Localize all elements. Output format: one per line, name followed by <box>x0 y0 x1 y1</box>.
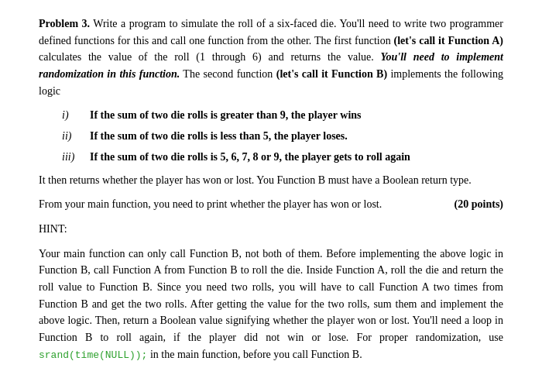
problem-intro-paragraph: Problem 3. Write a program to simulate t… <box>39 15 503 99</box>
function-b-label: (let's call it Function B) <box>276 68 387 80</box>
hint-end-text: in the main function, before you call Fu… <box>147 349 362 360</box>
list-label-iii: iii) <box>62 149 90 166</box>
list-label-ii: ii) <box>62 128 90 145</box>
list-content-i: If the sum of two die rolls is greater t… <box>90 107 362 124</box>
print-instruction: From your main function, you need to pri… <box>39 196 382 213</box>
list-item: ii) If the sum of two die rolls is less … <box>62 128 503 145</box>
function-a-label: (let's call it Function A) <box>394 35 503 46</box>
points-badge: (20 points) <box>455 196 503 213</box>
problem-mid1: calculates the value of the roll (1 thro… <box>39 51 381 63</box>
boolean-return-paragraph: It then returns whether the player has w… <box>39 172 503 189</box>
problem-mid2: The second function <box>180 68 276 80</box>
hint-label: HINT: <box>39 221 503 238</box>
list-label-i: i) <box>62 107 90 124</box>
list-content-iii: If the sum of two die rolls is 5, 6, 7, … <box>90 149 410 166</box>
list-item: iii) If the sum of two die rolls is 5, 6… <box>62 149 503 166</box>
hint-paragraph: Your main function can only call Functio… <box>39 246 503 363</box>
logic-list: i) If the sum of two die rolls is greate… <box>62 107 503 165</box>
list-content-ii: If the sum of two die rolls is less than… <box>90 128 348 145</box>
problem-container: Problem 3. Write a program to simulate t… <box>39 15 503 363</box>
points-line: From your main function, you need to pri… <box>39 196 503 213</box>
list-item: i) If the sum of two die rolls is greate… <box>62 107 503 124</box>
inline-code: srand(time(NULL)); <box>39 349 147 361</box>
hint-body-text: Your main function can only call Functio… <box>39 248 503 343</box>
problem-number: Problem 3. <box>39 18 90 29</box>
